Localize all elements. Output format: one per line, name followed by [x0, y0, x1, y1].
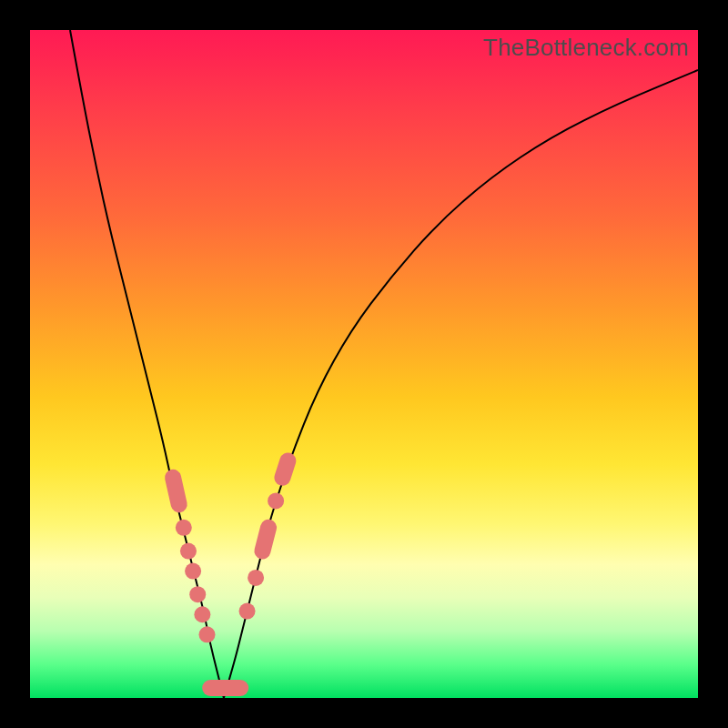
marker-dot: [185, 563, 201, 580]
marker-dot: [194, 606, 210, 622]
marker-segment: [282, 460, 288, 477]
right-curve: [224, 70, 698, 698]
marker-dot: [176, 520, 192, 536]
curve-layer: [30, 30, 698, 698]
chart-frame: TheBottleneck.com: [0, 0, 728, 728]
marker-dot: [248, 570, 264, 586]
marker-dot: [199, 626, 216, 642]
marker-pill: [202, 680, 248, 696]
marker-segment: [173, 478, 179, 504]
marker-group: [173, 460, 288, 696]
marker-dot: [268, 492, 284, 509]
marker-dot: [180, 543, 197, 560]
plot-area: TheBottleneck.com: [30, 30, 698, 698]
marker-segment: [262, 528, 268, 551]
marker-dot: [189, 586, 206, 602]
marker-dot: [239, 603, 256, 620]
